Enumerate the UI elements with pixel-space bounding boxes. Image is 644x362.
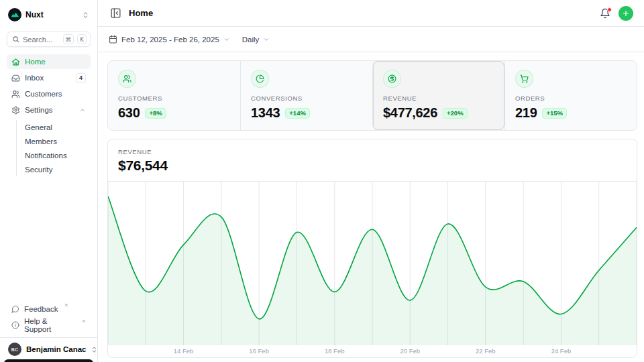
users-icon	[11, 90, 20, 99]
external-link-icon	[64, 303, 68, 308]
stats-row: CUSTOMERS 630 +8% CONVERSIONS 1343 +14%	[107, 60, 637, 131]
chevron-down-icon	[263, 36, 270, 43]
stat-card-orders[interactable]: ORDERS 219 +15%	[504, 61, 637, 130]
sidebar-item-feedback[interactable]: Feedback	[7, 302, 91, 316]
period-select[interactable]: Daily	[242, 36, 270, 44]
topbar-actions	[598, 6, 633, 21]
panel-left-close-icon	[110, 7, 121, 19]
user-name: Benjamin Canac	[26, 345, 86, 353]
sidebar-item-label: Settings	[25, 106, 74, 114]
stat-label: REVENUE	[383, 95, 494, 102]
add-button[interactable]	[619, 6, 633, 21]
kbd-k: K	[77, 34, 87, 44]
inbox-icon	[11, 74, 20, 82]
home-icon	[11, 58, 20, 66]
date-range-picker[interactable]: Feb 12, 2025 - Feb 26, 2025	[109, 35, 230, 44]
sidebar-item-help-support[interactable]: Help & Support	[7, 318, 91, 333]
sidebar-item-label: Inbox	[25, 74, 71, 82]
sidebar-item-label: Customers	[25, 90, 86, 98]
sidebar-item-settings[interactable]: Settings	[7, 103, 91, 117]
stat-label: ORDERS	[515, 95, 627, 102]
search-input[interactable]: ⌘ K	[7, 32, 91, 47]
revenue-area-chart[interactable]	[108, 182, 637, 345]
app-window: Nuxt ⌘ K Home Inbo	[0, 0, 644, 362]
stat-delta-badge: +20%	[443, 108, 468, 119]
kbd-cmd: ⌘	[63, 34, 74, 44]
settings-subnav: General Members Notifications Security	[16, 120, 91, 176]
nuxt-logo-icon	[8, 8, 21, 21]
stat-value: $477,626	[383, 105, 437, 121]
external-link-icon	[81, 319, 86, 324]
sidebar-item-home[interactable]: Home	[7, 54, 91, 69]
filters-toolbar: Feb 12, 2025 - Feb 26, 2025 Daily	[98, 27, 644, 52]
sidebar-item-label: Feedback	[24, 305, 58, 313]
stat-label: CUSTOMERS	[118, 95, 230, 102]
search-field[interactable]	[23, 36, 60, 44]
stat-label: CONVERSIONS	[251, 95, 362, 102]
chart-x-axis-labels: 14 Feb16 Feb18 Feb20 Feb22 Feb24 Feb	[108, 345, 637, 357]
stat-delta-badge: +14%	[285, 108, 310, 119]
bottom-dark-bar	[4, 359, 93, 362]
notification-dot	[607, 7, 612, 12]
workspace-name: Nuxt	[25, 10, 78, 19]
chart-current-value: $76,544	[118, 158, 627, 174]
info-icon	[11, 321, 19, 329]
sidebar-item-security[interactable]: Security	[17, 162, 91, 176]
calendar-icon	[109, 35, 117, 44]
x-tick-label: 20 Feb	[400, 347, 420, 355]
pie-chart-icon	[251, 70, 269, 88]
chevrons-up-down-icon	[91, 346, 98, 353]
chevron-up-icon	[79, 107, 86, 113]
period-label: Daily	[242, 36, 260, 44]
sidebar-item-inbox[interactable]: Inbox 4	[7, 70, 91, 85]
x-tick-label: 14 Feb	[174, 347, 194, 355]
sidebar-item-members[interactable]: Members	[17, 134, 91, 148]
stat-card-revenue[interactable]: REVENUE $477,626 +20%	[372, 61, 504, 130]
topbar: Home	[98, 0, 644, 27]
sidebar-item-notifications[interactable]: Notifications	[17, 148, 91, 162]
chart-header: REVENUE $76,544	[108, 139, 637, 182]
dashboard-content: CUSTOMERS 630 +8% CONVERSIONS 1343 +14%	[98, 52, 644, 358]
user-menu[interactable]: BC Benjamin Canac	[0, 337, 97, 362]
sidebar: Nuxt ⌘ K Home Inbo	[0, 0, 98, 362]
gear-icon	[11, 106, 20, 115]
main-panel: Home Feb 12, 2025 - Feb 26, 2025	[98, 0, 644, 362]
sidebar-item-customers[interactable]: Customers	[7, 86, 91, 101]
revenue-chart-card: REVENUE $76,544 14 Feb16 Feb18 Feb20 Feb…	[107, 139, 637, 358]
stat-delta-badge: +15%	[542, 108, 567, 119]
inbox-count-badge: 4	[76, 73, 86, 83]
chevrons-up-down-icon	[82, 11, 89, 19]
stat-card-customers[interactable]: CUSTOMERS 630 +8%	[108, 61, 240, 130]
avatar: BC	[8, 343, 21, 356]
stat-delta-badge: +8%	[145, 108, 166, 119]
stat-card-conversions[interactable]: CONVERSIONS 1343 +14%	[240, 61, 372, 130]
chevron-down-icon	[223, 36, 230, 43]
stat-value: 1343	[251, 105, 280, 121]
collapse-sidebar-button[interactable]	[109, 6, 123, 20]
sidebar-item-label: Help & Support	[24, 317, 76, 333]
sidebar-item-general[interactable]: General	[17, 120, 91, 134]
dollar-circle-icon	[383, 70, 401, 88]
search-icon	[12, 36, 19, 43]
x-tick-label: 22 Feb	[476, 347, 496, 355]
x-tick-label: 18 Feb	[325, 347, 345, 355]
users-icon	[118, 70, 136, 88]
chart-title: REVENUE	[118, 148, 627, 156]
x-tick-label: 24 Feb	[551, 347, 572, 355]
page-title: Home	[129, 8, 153, 18]
shopping-cart-icon	[515, 70, 533, 88]
sidebar-footer: Feedback Help & Support	[0, 302, 97, 337]
workspace-switcher[interactable]: Nuxt	[7, 7, 91, 23]
stat-value: 630	[118, 105, 140, 121]
plus-icon	[622, 9, 630, 17]
sidebar-item-label: Home	[25, 58, 86, 66]
date-range-label: Feb 12, 2025 - Feb 26, 2025	[121, 36, 219, 44]
stat-value: 219	[515, 105, 537, 121]
sidebar-nav: Home Inbox 4 Customers Settings	[7, 54, 91, 176]
x-tick-label: 16 Feb	[249, 347, 269, 355]
message-icon	[11, 305, 19, 313]
notifications-button[interactable]	[598, 7, 612, 20]
